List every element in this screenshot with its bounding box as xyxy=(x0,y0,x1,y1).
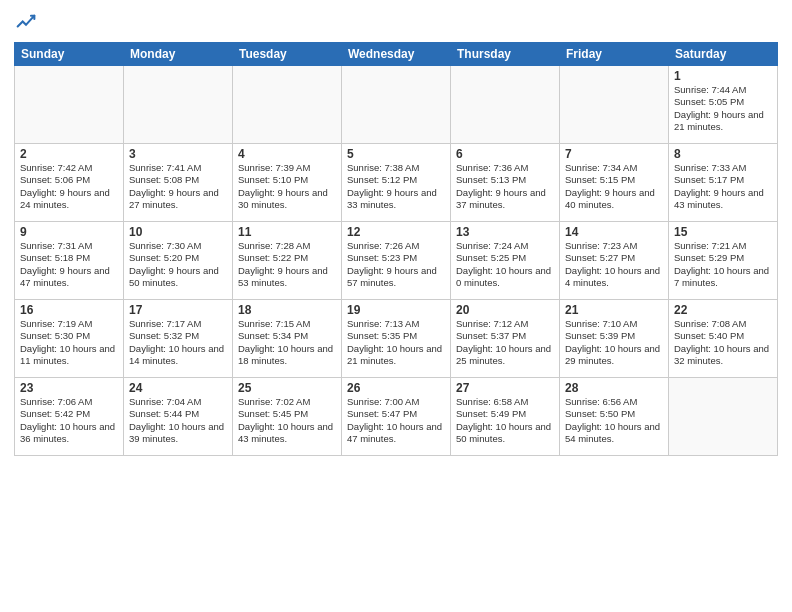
day-info: Sunrise: 7:04 AM Sunset: 5:44 PM Dayligh… xyxy=(129,396,227,445)
calendar-week-row: 9Sunrise: 7:31 AM Sunset: 5:18 PM Daylig… xyxy=(15,222,778,300)
calendar-day-cell: 22Sunrise: 7:08 AM Sunset: 5:40 PM Dayli… xyxy=(669,300,778,378)
day-number: 2 xyxy=(20,147,118,161)
day-info: Sunrise: 7:39 AM Sunset: 5:10 PM Dayligh… xyxy=(238,162,336,211)
day-number: 11 xyxy=(238,225,336,239)
day-info: Sunrise: 7:23 AM Sunset: 5:27 PM Dayligh… xyxy=(565,240,663,289)
day-info: Sunrise: 7:10 AM Sunset: 5:39 PM Dayligh… xyxy=(565,318,663,367)
calendar-day-cell: 3Sunrise: 7:41 AM Sunset: 5:08 PM Daylig… xyxy=(124,144,233,222)
calendar-day-cell: 7Sunrise: 7:34 AM Sunset: 5:15 PM Daylig… xyxy=(560,144,669,222)
calendar-day-cell: 8Sunrise: 7:33 AM Sunset: 5:17 PM Daylig… xyxy=(669,144,778,222)
day-number: 24 xyxy=(129,381,227,395)
calendar-day-cell: 27Sunrise: 6:58 AM Sunset: 5:49 PM Dayli… xyxy=(451,378,560,456)
day-info: Sunrise: 7:44 AM Sunset: 5:05 PM Dayligh… xyxy=(674,84,772,133)
day-number: 26 xyxy=(347,381,445,395)
calendar-day-cell: 24Sunrise: 7:04 AM Sunset: 5:44 PM Dayli… xyxy=(124,378,233,456)
day-info: Sunrise: 7:31 AM Sunset: 5:18 PM Dayligh… xyxy=(20,240,118,289)
calendar-week-row: 23Sunrise: 7:06 AM Sunset: 5:42 PM Dayli… xyxy=(15,378,778,456)
day-info: Sunrise: 7:34 AM Sunset: 5:15 PM Dayligh… xyxy=(565,162,663,211)
calendar-day-cell xyxy=(669,378,778,456)
day-info: Sunrise: 7:26 AM Sunset: 5:23 PM Dayligh… xyxy=(347,240,445,289)
calendar-day-cell: 6Sunrise: 7:36 AM Sunset: 5:13 PM Daylig… xyxy=(451,144,560,222)
day-info: Sunrise: 7:21 AM Sunset: 5:29 PM Dayligh… xyxy=(674,240,772,289)
day-info: Sunrise: 6:56 AM Sunset: 5:50 PM Dayligh… xyxy=(565,396,663,445)
day-number: 27 xyxy=(456,381,554,395)
calendar-day-cell xyxy=(233,66,342,144)
day-number: 1 xyxy=(674,69,772,83)
day-info: Sunrise: 7:00 AM Sunset: 5:47 PM Dayligh… xyxy=(347,396,445,445)
calendar-day-cell xyxy=(124,66,233,144)
day-number: 8 xyxy=(674,147,772,161)
calendar-day-cell: 15Sunrise: 7:21 AM Sunset: 5:29 PM Dayli… xyxy=(669,222,778,300)
weekday-header-sunday: Sunday xyxy=(15,43,124,66)
calendar-day-cell: 16Sunrise: 7:19 AM Sunset: 5:30 PM Dayli… xyxy=(15,300,124,378)
calendar-day-cell: 11Sunrise: 7:28 AM Sunset: 5:22 PM Dayli… xyxy=(233,222,342,300)
day-info: Sunrise: 7:38 AM Sunset: 5:12 PM Dayligh… xyxy=(347,162,445,211)
day-info: Sunrise: 7:13 AM Sunset: 5:35 PM Dayligh… xyxy=(347,318,445,367)
day-number: 16 xyxy=(20,303,118,317)
calendar-day-cell: 2Sunrise: 7:42 AM Sunset: 5:06 PM Daylig… xyxy=(15,144,124,222)
logo-bird-icon xyxy=(16,14,36,34)
calendar-day-cell: 5Sunrise: 7:38 AM Sunset: 5:12 PM Daylig… xyxy=(342,144,451,222)
day-info: Sunrise: 7:08 AM Sunset: 5:40 PM Dayligh… xyxy=(674,318,772,367)
calendar-day-cell: 25Sunrise: 7:02 AM Sunset: 5:45 PM Dayli… xyxy=(233,378,342,456)
day-number: 5 xyxy=(347,147,445,161)
calendar-table: SundayMondayTuesdayWednesdayThursdayFrid… xyxy=(14,42,778,456)
day-number: 12 xyxy=(347,225,445,239)
day-info: Sunrise: 7:42 AM Sunset: 5:06 PM Dayligh… xyxy=(20,162,118,211)
day-number: 17 xyxy=(129,303,227,317)
day-info: Sunrise: 7:02 AM Sunset: 5:45 PM Dayligh… xyxy=(238,396,336,445)
day-number: 21 xyxy=(565,303,663,317)
day-info: Sunrise: 7:33 AM Sunset: 5:17 PM Dayligh… xyxy=(674,162,772,211)
calendar-day-cell xyxy=(15,66,124,144)
day-info: Sunrise: 7:12 AM Sunset: 5:37 PM Dayligh… xyxy=(456,318,554,367)
header xyxy=(14,10,778,34)
weekday-header-row: SundayMondayTuesdayWednesdayThursdayFrid… xyxy=(15,43,778,66)
calendar-day-cell: 20Sunrise: 7:12 AM Sunset: 5:37 PM Dayli… xyxy=(451,300,560,378)
calendar-day-cell xyxy=(451,66,560,144)
day-number: 18 xyxy=(238,303,336,317)
day-number: 25 xyxy=(238,381,336,395)
logo xyxy=(14,14,36,34)
day-number: 6 xyxy=(456,147,554,161)
day-info: Sunrise: 7:36 AM Sunset: 5:13 PM Dayligh… xyxy=(456,162,554,211)
day-info: Sunrise: 7:17 AM Sunset: 5:32 PM Dayligh… xyxy=(129,318,227,367)
day-number: 23 xyxy=(20,381,118,395)
day-info: Sunrise: 7:28 AM Sunset: 5:22 PM Dayligh… xyxy=(238,240,336,289)
page-container: SundayMondayTuesdayWednesdayThursdayFrid… xyxy=(0,0,792,462)
calendar-day-cell xyxy=(342,66,451,144)
weekday-header-monday: Monday xyxy=(124,43,233,66)
calendar-day-cell: 4Sunrise: 7:39 AM Sunset: 5:10 PM Daylig… xyxy=(233,144,342,222)
day-number: 4 xyxy=(238,147,336,161)
day-info: Sunrise: 7:06 AM Sunset: 5:42 PM Dayligh… xyxy=(20,396,118,445)
calendar-day-cell: 26Sunrise: 7:00 AM Sunset: 5:47 PM Dayli… xyxy=(342,378,451,456)
calendar-week-row: 16Sunrise: 7:19 AM Sunset: 5:30 PM Dayli… xyxy=(15,300,778,378)
calendar-day-cell: 13Sunrise: 7:24 AM Sunset: 5:25 PM Dayli… xyxy=(451,222,560,300)
calendar-day-cell: 23Sunrise: 7:06 AM Sunset: 5:42 PM Dayli… xyxy=(15,378,124,456)
day-number: 13 xyxy=(456,225,554,239)
weekday-header-saturday: Saturday xyxy=(669,43,778,66)
calendar-day-cell: 9Sunrise: 7:31 AM Sunset: 5:18 PM Daylig… xyxy=(15,222,124,300)
weekday-header-thursday: Thursday xyxy=(451,43,560,66)
calendar-week-row: 1Sunrise: 7:44 AM Sunset: 5:05 PM Daylig… xyxy=(15,66,778,144)
day-info: Sunrise: 7:24 AM Sunset: 5:25 PM Dayligh… xyxy=(456,240,554,289)
weekday-header-friday: Friday xyxy=(560,43,669,66)
calendar-day-cell: 28Sunrise: 6:56 AM Sunset: 5:50 PM Dayli… xyxy=(560,378,669,456)
day-info: Sunrise: 7:30 AM Sunset: 5:20 PM Dayligh… xyxy=(129,240,227,289)
calendar-day-cell: 18Sunrise: 7:15 AM Sunset: 5:34 PM Dayli… xyxy=(233,300,342,378)
day-number: 14 xyxy=(565,225,663,239)
calendar-day-cell: 1Sunrise: 7:44 AM Sunset: 5:05 PM Daylig… xyxy=(669,66,778,144)
day-number: 7 xyxy=(565,147,663,161)
day-number: 3 xyxy=(129,147,227,161)
day-number: 9 xyxy=(20,225,118,239)
day-number: 20 xyxy=(456,303,554,317)
day-number: 15 xyxy=(674,225,772,239)
day-number: 19 xyxy=(347,303,445,317)
day-number: 28 xyxy=(565,381,663,395)
calendar-day-cell xyxy=(560,66,669,144)
calendar-day-cell: 14Sunrise: 7:23 AM Sunset: 5:27 PM Dayli… xyxy=(560,222,669,300)
calendar-week-row: 2Sunrise: 7:42 AM Sunset: 5:06 PM Daylig… xyxy=(15,144,778,222)
calendar-day-cell: 19Sunrise: 7:13 AM Sunset: 5:35 PM Dayli… xyxy=(342,300,451,378)
calendar-day-cell: 10Sunrise: 7:30 AM Sunset: 5:20 PM Dayli… xyxy=(124,222,233,300)
day-number: 22 xyxy=(674,303,772,317)
day-info: Sunrise: 6:58 AM Sunset: 5:49 PM Dayligh… xyxy=(456,396,554,445)
